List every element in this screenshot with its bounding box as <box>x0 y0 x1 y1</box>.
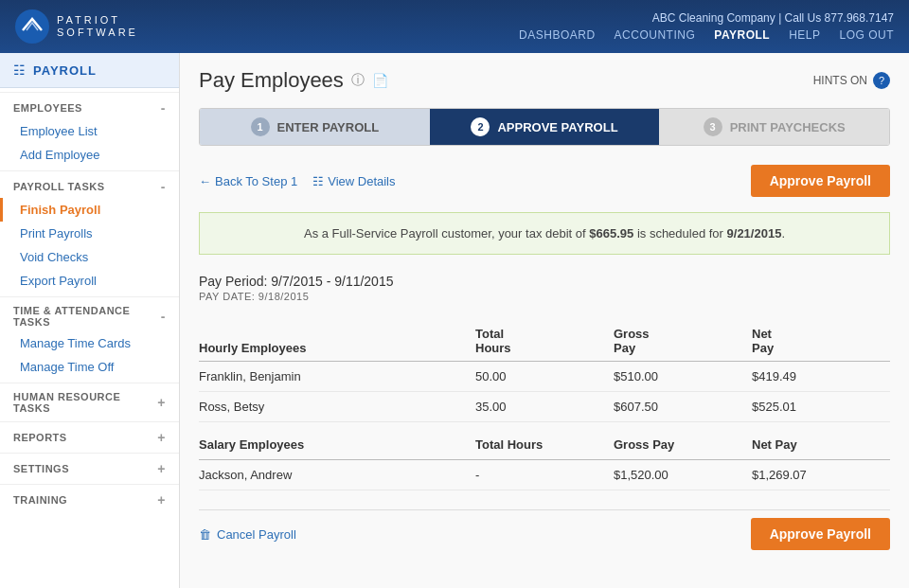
logo-area: PATRIOT SOFTWARE <box>15 9 138 44</box>
col-hours-header: TotalHours <box>475 321 614 362</box>
help-icon[interactable]: ⓘ <box>351 72 365 89</box>
salary-col-hours: Total Hours <box>475 422 614 460</box>
grid-icon: ☷ <box>312 174 324 188</box>
sidebar-header: ☷ PAYROLL <box>0 53 179 88</box>
net-2: $525.01 <box>752 392 890 422</box>
toggle-settings[interactable]: + <box>157 461 166 476</box>
salary-section-title: Salary Employees <box>199 422 475 460</box>
col-net-header: NetPay <box>752 321 890 362</box>
sidebar-item-employee-list[interactable]: Employee List <box>0 119 179 143</box>
sidebar-section-header-employees: EMPLOYEES - <box>0 92 179 119</box>
salary-gross-1: $1,520.00 <box>614 460 752 490</box>
back-to-step-1-link[interactable]: ← Back To Step 1 <box>199 174 297 188</box>
view-details-link[interactable]: ☷ View Details <box>312 174 395 188</box>
nav-accounting[interactable]: ACCOUNTING <box>615 28 696 42</box>
hints-on-label: HINTS ON <box>813 74 867 87</box>
sidebar-section-training: TRAINING + <box>0 484 179 511</box>
payroll-sidebar-icon: ☷ <box>13 62 26 78</box>
salary-hours-1: - <box>475 460 614 490</box>
sidebar-section-header-reports[interactable]: REPORTS + <box>0 421 179 449</box>
step-1: 1 ENTER PAYROLL <box>200 109 430 145</box>
toggle-reports[interactable]: + <box>157 430 166 445</box>
hours-1: 50.00 <box>475 362 614 392</box>
sidebar-item-manage-time-cards[interactable]: Manage Time Cards <box>0 331 179 355</box>
sidebar-section-settings: SETTINGS + <box>0 453 179 480</box>
nav-dashboard[interactable]: DASHBOARD <box>519 28 596 42</box>
sidebar-section-header-time-attendance: TIME & ATTENDANCE TASKS - <box>0 296 179 331</box>
salary-section-header-row: Salary Employees Total Hours Gross Pay N… <box>199 422 890 460</box>
sidebar-section-header-hr-tasks[interactable]: HUMAN RESOURCE TASKS + <box>0 383 179 418</box>
step-1-label: ENTER PAYROLL <box>277 120 380 134</box>
sidebar-item-manage-time-off[interactable]: Manage Time Off <box>0 355 179 379</box>
step-2-label: APPROVE PAYROLL <box>497 120 617 134</box>
sidebar-item-finish-payroll[interactable]: Finish Payroll <box>0 198 179 222</box>
pay-period: Pay Period: 9/7/2015 - 9/11/2015 PAY DAT… <box>199 274 890 302</box>
sidebar-item-add-employee[interactable]: Add Employee <box>0 143 179 167</box>
back-arrow-icon: ← <box>199 174 211 188</box>
top-bar: PATRIOT SOFTWARE ABC Cleaning Company | … <box>0 0 909 53</box>
step-1-number: 1 <box>251 117 270 136</box>
main-layout: ☷ PAYROLL EMPLOYEES - Employee List Add … <box>0 53 909 588</box>
sidebar-item-print-payrolls[interactable]: Print Payrolls <box>0 222 179 245</box>
back-links: ← Back To Step 1 ☷ View Details <box>199 174 396 188</box>
approve-payroll-button-top[interactable]: Approve Payroll <box>751 165 890 197</box>
sidebar-section-time-attendance: TIME & ATTENDANCE TASKS - Manage Time Ca… <box>0 296 179 379</box>
sidebar-section-header-payroll-tasks: PAYROLL TASKS - <box>0 170 179 198</box>
sidebar-section-payroll-tasks: PAYROLL TASKS - Finish Payroll Print Pay… <box>0 170 179 293</box>
bottom-bar: 🗑 Cancel Payroll Approve Payroll <box>199 509 890 550</box>
toggle-time-attendance[interactable]: - <box>161 309 166 324</box>
company-info: ABC Cleaning Company | Call Us 877.968.7… <box>652 11 894 25</box>
nav-payroll[interactable]: PAYROLL <box>714 28 770 42</box>
pay-period-range: Pay Period: 9/7/2015 - 9/11/2015 <box>199 274 890 289</box>
table-row: Franklin, Benjamin 50.00 $510.00 $419.49 <box>199 362 890 392</box>
notice-box: As a Full-Service Payroll customer, your… <box>199 212 890 255</box>
sidebar-section-reports: REPORTS + <box>0 421 179 449</box>
page-title-group: Pay Employees ⓘ 📄 <box>199 68 388 93</box>
approve-payroll-button-bottom[interactable]: Approve Payroll <box>751 518 890 550</box>
content-area: Pay Employees ⓘ 📄 HINTS ON ? 1 ENTER PAY… <box>180 53 909 588</box>
hints-on-area: HINTS ON ? <box>813 72 890 89</box>
toggle-hr-tasks[interactable]: + <box>157 395 166 410</box>
toggle-training[interactable]: + <box>157 492 166 508</box>
nav-help[interactable]: HELP <box>789 28 820 42</box>
trash-icon: 🗑 <box>199 527 211 542</box>
table-row: Jackson, Andrew - $1,520.00 $1,269.07 <box>199 460 890 490</box>
step-3-label: PRINT PAYCHECKS <box>730 120 846 134</box>
col-gross-header: GrossPay <box>614 321 752 362</box>
sidebar-section-hr-tasks: HUMAN RESOURCE TASKS + <box>0 383 179 418</box>
step-2-number: 2 <box>471 117 490 136</box>
nav-logout[interactable]: LOG OUT <box>839 28 894 42</box>
back-to-step-1-label: Back To Step 1 <box>215 174 297 188</box>
sidebar-section-header-training[interactable]: TRAINING + <box>0 484 179 511</box>
employee-name-1: Franklin, Benjamin <box>199 362 475 392</box>
salary-col-net: Net Pay <box>752 422 890 460</box>
hints-question-icon[interactable]: ? <box>873 72 890 89</box>
sidebar-section-employees: EMPLOYEES - Employee List Add Employee <box>0 92 179 167</box>
toggle-payroll-tasks[interactable]: - <box>161 179 166 194</box>
step-3: 3 PRINT PAYCHECKS <box>659 109 889 145</box>
clipboard-icon[interactable]: 📄 <box>372 73 388 88</box>
toggle-employees[interactable]: - <box>161 100 166 116</box>
call-us: Call Us 877.968.7147 <box>785 11 894 25</box>
notice-date: 9/21/2015 <box>727 226 782 241</box>
gross-2: $607.50 <box>614 392 752 422</box>
sidebar-section-header-settings[interactable]: SETTINGS + <box>0 453 179 480</box>
sidebar-item-export-payroll[interactable]: Export Payroll <box>0 269 179 293</box>
page-header: Pay Employees ⓘ 📄 HINTS ON ? <box>199 68 890 93</box>
svg-point-0 <box>15 9 49 44</box>
cancel-payroll-link[interactable]: 🗑 Cancel Payroll <box>199 527 296 542</box>
step-2: 2 APPROVE PAYROLL <box>430 109 660 145</box>
patriot-logo-icon <box>15 9 49 44</box>
payroll-table: Hourly Employees TotalHours GrossPay Net… <box>199 321 890 490</box>
main-nav: DASHBOARD ACCOUNTING PAYROLL HELP LOG OU… <box>519 28 894 42</box>
stepper: 1 ENTER PAYROLL 2 APPROVE PAYROLL 3 PRIN… <box>199 108 890 146</box>
employee-name-2: Ross, Betsy <box>199 392 475 422</box>
sidebar-header-title: PAYROLL <box>33 63 97 78</box>
net-1: $419.49 <box>752 362 890 392</box>
notice-amount: $665.95 <box>589 226 633 241</box>
salary-employee-name-1: Jackson, Andrew <box>199 460 475 490</box>
cancel-payroll-label: Cancel Payroll <box>217 527 296 542</box>
hours-2: 35.00 <box>475 392 614 422</box>
company-name: ABC Cleaning Company <box>652 11 775 25</box>
sidebar-item-void-checks[interactable]: Void Checks <box>0 245 179 269</box>
